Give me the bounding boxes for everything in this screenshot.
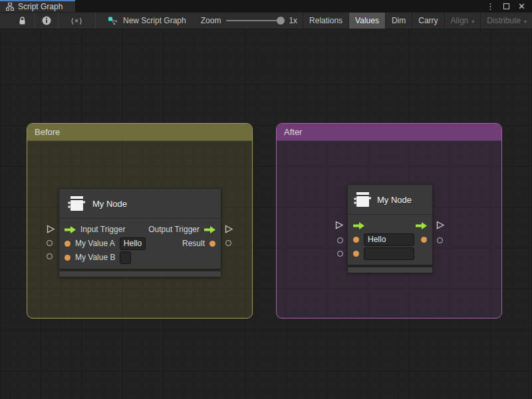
group-before-header[interactable]: Before	[27, 124, 252, 141]
script-graph-window: Script Graph ⋮ ✕ ⟨×⟩	[0, 0, 532, 399]
code-icon: ⟨×⟩	[70, 17, 82, 25]
flow-arrow-icon	[416, 222, 427, 229]
relations-button[interactable]: Relations	[303, 13, 348, 29]
node-footer	[347, 267, 433, 273]
tab-script-graph[interactable]: Script Graph	[0, 0, 75, 12]
flow-arrow-icon	[353, 222, 364, 229]
value-b-input[interactable]	[364, 247, 414, 260]
external-data-output[interactable]	[225, 240, 231, 246]
node-my-node-before[interactable]: My Node Input Trigger Output Trigger	[59, 188, 221, 277]
node-header[interactable]: My Node	[59, 189, 221, 219]
chevron-down-icon: ▾	[524, 19, 527, 25]
data-port-icon	[353, 251, 359, 257]
node-title: My Node	[377, 195, 412, 205]
graph-icon	[108, 17, 118, 25]
lock-button[interactable]	[11, 13, 35, 29]
data-port-icon	[65, 241, 70, 247]
data-port-icon	[209, 241, 215, 247]
flow-port-outline-icon	[225, 225, 233, 233]
info-button[interactable]	[35, 13, 59, 29]
graph-canvas[interactable]: Before After My Node	[0, 29, 532, 399]
carry-button[interactable]: Carry	[412, 13, 444, 29]
lock-icon	[19, 17, 26, 25]
graph-identity[interactable]: New Script Graph	[96, 13, 196, 29]
external-data-input-a[interactable]	[337, 237, 343, 243]
flow-arrow-icon	[65, 226, 76, 233]
group-after-header[interactable]: After	[277, 124, 501, 141]
zoom-value: 1x	[289, 16, 297, 25]
zoom-slider-handle[interactable]	[277, 17, 285, 25]
code-preview-button[interactable]: ⟨×⟩	[59, 13, 96, 29]
node-my-node-after[interactable]: My Node	[347, 184, 433, 273]
value-a-input[interactable]	[120, 237, 146, 250]
tab-title: Script Graph	[18, 2, 63, 11]
align-dropdown[interactable]: Align ▾	[444, 13, 481, 29]
external-flow-output[interactable]	[225, 225, 233, 233]
data-port-icon	[65, 255, 70, 261]
result-port[interactable]	[421, 237, 427, 243]
zoom-control: Zoom 1x	[196, 13, 303, 29]
group-title: Before	[35, 127, 60, 137]
hierarchy-icon	[6, 3, 14, 11]
external-data-output[interactable]	[437, 237, 443, 243]
result-port[interactable]: Result	[182, 239, 215, 248]
flow-port-outline-icon	[335, 221, 344, 229]
dim-button[interactable]: Dim	[385, 13, 412, 29]
flow-port-outline-icon	[47, 225, 55, 233]
info-icon	[42, 16, 51, 25]
graph-toolbar: ⟨×⟩ New Script Graph Zoom 1x Relations	[0, 12, 532, 29]
distribute-dropdown[interactable]: Distribute ▾	[480, 13, 532, 29]
toolbar-buttons: Relations Values Dim Carry Align ▾ Distr…	[303, 13, 532, 29]
external-flow-output[interactable]	[436, 221, 445, 229]
input-trigger-port[interactable]: Input Trigger	[65, 225, 125, 234]
zoom-label: Zoom	[201, 16, 221, 25]
window-menu-icon[interactable]: ⋮	[486, 2, 495, 11]
maximize-icon[interactable]	[503, 3, 509, 9]
output-trigger-port[interactable]: Output Trigger	[148, 225, 215, 234]
external-data-input-b[interactable]	[337, 251, 343, 257]
node-header[interactable]: My Node	[348, 185, 432, 215]
window-controls: ⋮ ✕	[486, 0, 532, 12]
value-a-port[interactable]: My Value A	[65, 237, 146, 250]
group-title: After	[284, 127, 302, 137]
unit-icon	[68, 196, 85, 211]
data-port-icon	[353, 237, 359, 243]
chevron-down-icon: ▾	[471, 19, 474, 25]
node-footer	[59, 271, 221, 277]
value-a-input[interactable]	[364, 233, 414, 246]
data-port-icon	[421, 237, 427, 243]
external-data-input-b[interactable]	[47, 253, 53, 259]
output-trigger-port[interactable]	[416, 222, 427, 229]
value-b-input[interactable]	[120, 251, 131, 264]
unit-icon	[354, 192, 371, 207]
value-b-port[interactable]	[353, 247, 414, 260]
external-data-input-a[interactable]	[47, 240, 53, 246]
zoom-slider[interactable]	[226, 20, 283, 21]
external-flow-input[interactable]	[47, 225, 55, 233]
flow-arrow-icon	[204, 226, 215, 233]
flow-port-outline-icon	[436, 221, 445, 229]
close-icon[interactable]: ✕	[518, 2, 525, 11]
input-trigger-port[interactable]	[353, 222, 364, 229]
values-button[interactable]: Values	[348, 13, 385, 29]
node-title: My Node	[92, 199, 127, 209]
value-b-port[interactable]: My Value B	[65, 251, 131, 264]
graph-name: New Script Graph	[123, 16, 186, 25]
value-a-port[interactable]	[353, 233, 414, 246]
title-bar: Script Graph ⋮ ✕	[0, 0, 532, 12]
external-flow-input[interactable]	[335, 221, 344, 229]
